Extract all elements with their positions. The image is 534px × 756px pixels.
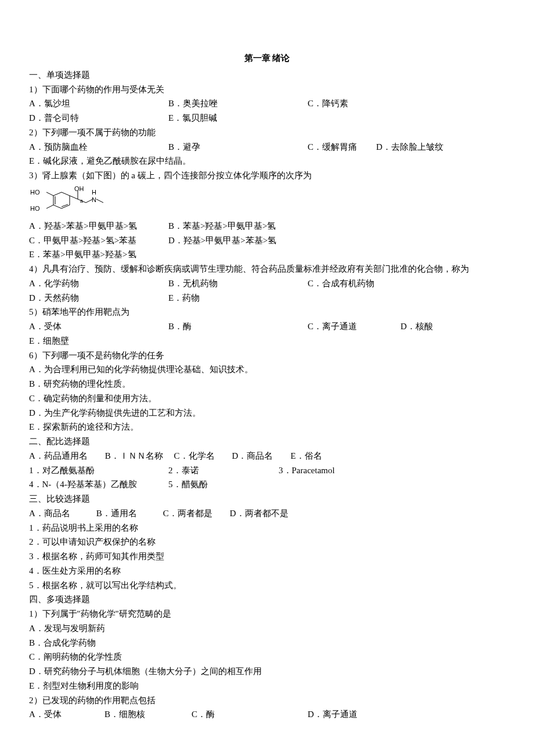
q1-opt-c: C．降钙素	[308, 96, 505, 111]
q4-stem: 4）凡具有治疗、预防、缓解和诊断疾病或调节生理功能、符合药品质量标准并经政府有关…	[29, 262, 505, 276]
svg-line-5	[70, 196, 78, 199]
q6-opt-a: A．为合理利用已知的化学药物提供理论基础、知识技术。	[29, 362, 505, 377]
q1-opt-a: A．氯沙坦	[29, 96, 168, 111]
q3-opt-d: D．羟基>甲氨甲基>苯基>氢	[168, 233, 505, 248]
s4-q1-d: D．研究药物分子与机体细胞（生物大分子）之间的相互作用	[29, 664, 505, 679]
epinephrine-structure-icon: HO HO OH H N a	[29, 186, 505, 215]
q5-opt-b: B．酶	[168, 319, 308, 334]
q3-opt-c: C．甲氨甲基>羟基>氢>苯基	[29, 233, 168, 248]
section2-heading: 二、配比选择题	[29, 434, 505, 449]
svg-marker-0	[53, 192, 70, 208]
s4-q1-b: B．合成化学药物	[29, 636, 505, 650]
q2-opt-b: B．避孕	[168, 140, 308, 154]
q1-opt-d: D．普仑司特	[29, 111, 168, 125]
s4-q1-a: A．发现与发明新药	[29, 621, 505, 636]
q4-opt-e: E．药物	[168, 291, 505, 305]
svg-text:HO: HO	[30, 205, 40, 212]
s3-item1: 1．药品说明书上采用的名称	[29, 521, 505, 535]
s4-q2-d: D．离子通道	[308, 707, 505, 722]
section4-heading: 四、多项选择题	[29, 592, 505, 607]
q2-opt-d: D．去除脸上皱纹	[376, 140, 505, 154]
s3-item2: 2．可以申请知识产权保护的名称	[29, 535, 505, 549]
s4-q2-a: A．受体	[29, 707, 104, 722]
q1-opt-e: E．氯贝胆碱	[168, 111, 505, 125]
s4-q2-b: B．细胞核	[104, 707, 192, 722]
q2-opt-c: C．缓解胃痛	[308, 140, 376, 154]
section3-heading: 三、比较选择题	[29, 492, 505, 506]
svg-line-9	[96, 199, 103, 203]
section1-heading: 一、单项选择题	[29, 68, 505, 82]
s2-options: A．药品通用名 B．ＩＮＮ名称 C．化学名 D．商品名 E．俗名	[29, 449, 505, 463]
s2-item5: 5．醋氨酚	[168, 477, 505, 492]
q6-opt-d: D．为生产化学药物提供先进的工艺和方法。	[29, 406, 505, 420]
q3-opt-a: A．羟基>苯基>甲氨甲基>氢	[29, 219, 168, 233]
q2-stem: 2）下列哪一项不属于药物的功能	[29, 125, 505, 140]
s4-q1-stem: 1）下列属于"药物化学"研究范畴的是	[29, 607, 505, 621]
s3-item3: 3．根据名称，药师可知其作用类型	[29, 549, 505, 564]
q4-opt-b: B．无机药物	[168, 276, 308, 291]
q5-opt-a: A．受体	[29, 319, 168, 334]
q5-opt-c: C．离子通道	[308, 319, 400, 334]
s2-item4: 4．N-（4-羟基苯基）乙酰胺	[29, 477, 168, 492]
q4-opt-d: D．天然药物	[29, 291, 168, 305]
s4-q1-e: E．剂型对生物利用度的影响	[29, 679, 505, 693]
q3-opt-e: E．苯基>甲氨甲基>羟基>氢	[29, 247, 505, 262]
svg-text:OH: OH	[74, 186, 84, 192]
q3-stem: 3）肾上腺素（如下图）的 a 碳上，四个连接部分按立体化学顺序的次序为	[29, 168, 505, 183]
q5-stem: 5）硝苯地平的作用靶点为	[29, 305, 505, 319]
s3-item4: 4．医生处方采用的名称	[29, 564, 505, 578]
s2-item2: 2．泰诺	[168, 463, 279, 478]
q4-opt-c: C．合成有机药物	[308, 276, 505, 291]
s3-item5: 5．根据名称，就可以写出化学结构式。	[29, 578, 505, 593]
svg-text:N: N	[92, 196, 96, 203]
s4-q1-c: C．阐明药物的化学性质	[29, 650, 505, 664]
s2-item3: 3．Paracetamol	[279, 463, 505, 478]
q6-opt-e: E．探索新药的途径和方法。	[29, 420, 505, 434]
page-title: 第一章 绪论	[29, 51, 505, 66]
q6-opt-b: B．研究药物的理化性质。	[29, 377, 505, 391]
q1-stem: 1）下面哪个药物的作用与受体无关	[29, 82, 505, 97]
s4-q2-stem: 2）已发现的药物的作用靶点包括	[29, 693, 505, 708]
svg-text:a: a	[80, 198, 83, 204]
q4-opt-a: A．化学药物	[29, 276, 168, 291]
s3-options: A．商品名 B．通用名 C．两者都是 D．两者都不是	[29, 506, 505, 521]
q2-opt-a: A．预防脑血栓	[29, 140, 168, 154]
q5-opt-d: D．核酸	[400, 319, 505, 334]
q1-opt-b: B．奥美拉唑	[168, 96, 308, 111]
q6-opt-c: C．确定药物的剂量和使用方法。	[29, 391, 505, 406]
s4-q2-c: C．酶	[192, 707, 308, 722]
q6-stem: 6）下列哪一项不是药物化学的任务	[29, 348, 505, 363]
svg-line-3	[46, 192, 53, 196]
q2-opt-e: E．碱化尿液，避免乙酰磺胺在尿中结晶。	[29, 154, 505, 168]
s2-item1: 1．对乙酰氨基酚	[29, 463, 168, 478]
svg-text:HO: HO	[30, 189, 40, 196]
q3-opt-b: B．苯基>羟基>甲氨甲基>氢	[168, 219, 505, 233]
q5-opt-e: E．细胞壁	[29, 334, 505, 348]
svg-line-4	[46, 205, 53, 208]
svg-text:H: H	[92, 189, 96, 196]
